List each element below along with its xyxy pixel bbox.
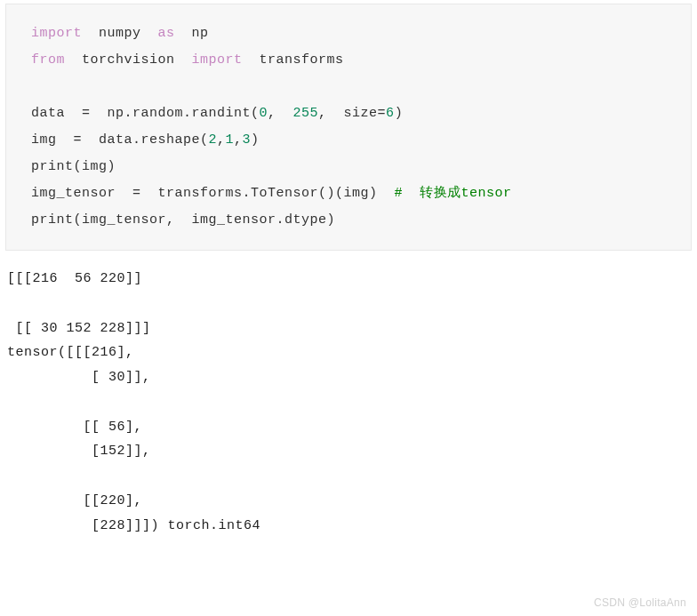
builtin-print: print — [31, 212, 74, 228]
output-line: [ 30]], — [7, 365, 690, 390]
output-line: [152]], — [7, 439, 690, 464]
keyword-import: import — [192, 52, 243, 68]
watermark-text: CSDN @LolitaAnn — [594, 596, 686, 609]
number-literal: 3 — [243, 132, 252, 148]
code-block: import numpy as np from torchvision impo… — [5, 4, 692, 251]
code-line-6: print(img) — [31, 154, 666, 180]
output-line-blank — [7, 464, 690, 489]
code-line-8: print(img_tensor, img_tensor.dtype) — [31, 207, 666, 234]
comment-text: 转换成tensor — [403, 186, 512, 201]
number-literal: 255 — [293, 106, 319, 121]
number-literal: 2 — [209, 132, 218, 148]
output-line: [[ 30 152 228]]] — [7, 316, 690, 341]
identifier: numpy — [99, 26, 141, 41]
code-line-blank — [31, 74, 666, 100]
code-line-1: import numpy as np — [31, 20, 666, 47]
identifier: torchvision — [82, 52, 175, 68]
identifier: transforms — [260, 52, 344, 68]
output-line: [228]]]) torch.int64 — [7, 514, 690, 539]
output-line-blank — [7, 390, 690, 415]
comment-hash: # — [395, 186, 404, 201]
identifier: np — [192, 26, 209, 41]
code-line-7: img_tensor = transforms.ToTensor()(img) … — [31, 180, 666, 207]
number-literal: 0 — [260, 106, 268, 121]
code-line-5: img = data.reshape(2,1,3) — [31, 127, 666, 154]
keyword-as: as — [158, 26, 175, 41]
number-literal: 6 — [386, 106, 395, 121]
output-block: [[[216 56 220]] [[ 30 152 228]]] tensor(… — [0, 251, 697, 538]
code-line-4: data = np.random.randint(0, 255, size=6) — [31, 100, 666, 127]
output-line: tensor([[[216], — [7, 340, 690, 365]
output-line: [[220], — [7, 489, 690, 514]
builtin-print: print — [31, 159, 74, 174]
output-line: [[[216 56 220]] — [7, 267, 690, 292]
keyword-from: from — [31, 52, 65, 68]
output-line-blank — [7, 292, 690, 316]
keyword-import: import — [31, 26, 82, 41]
number-literal: 1 — [226, 132, 235, 148]
output-line: [[ 56], — [7, 415, 690, 440]
code-line-2: from torchvision import transforms — [31, 47, 666, 74]
